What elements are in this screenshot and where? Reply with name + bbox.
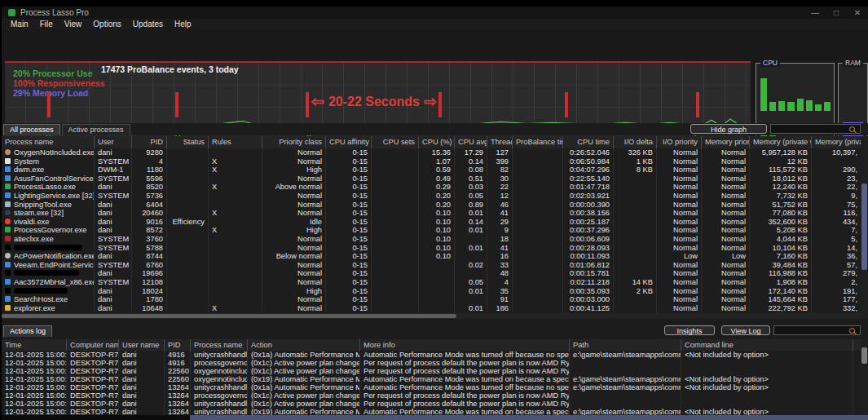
minimize-button[interactable]: — — [804, 7, 826, 19]
process-row[interactable]: explorer.exedani10648XNormal0-150.011860… — [2, 304, 861, 313]
process-table-vscrollbar[interactable] — [861, 136, 868, 319]
close-button[interactable]: ✕ — [847, 7, 868, 19]
process-row[interactable]: AcPowerNotification.exe [32]dani8744Belo… — [2, 252, 861, 261]
process-row[interactable]: dani19696Normal0-15480:00:15.781NormalNo… — [2, 269, 861, 278]
column-header-probalance-time[interactable]: ProBalance time — [513, 136, 563, 148]
cell-memory-priority: Normal — [702, 235, 750, 244]
veeam-service-icon — [5, 262, 11, 267]
hide-graph-button[interactable]: Hide graph — [690, 124, 767, 134]
menu-item-main[interactable]: Main — [5, 19, 34, 30]
cell-cpu-affinity: 0-15 — [326, 201, 372, 210]
log-table-vscrollbar[interactable] — [861, 339, 868, 415]
cell-memory-private: 434, — [812, 218, 861, 227]
column-header-priority-class[interactable]: Priority class — [262, 136, 326, 148]
log-table-hscrollbar[interactable] — [2, 415, 868, 420]
column-header-cpu-avg[interactable]: CPU avg — [455, 136, 487, 148]
column-header-memory-working[interactable]: Memory (private wor... — [750, 136, 812, 148]
process-row[interactable]: Veeam.EndPoint.Service.exe [Ve...SYSTEM6… — [2, 261, 861, 270]
process-row[interactable]: SystemSYSTEM4XNormal0-151.070.143990:06:… — [2, 157, 861, 166]
column-header-threads[interactable]: Threads — [487, 136, 513, 148]
log-row[interactable]: 12-01-2025 15:00:40DESKTOP-R7dani4916pro… — [2, 359, 861, 367]
column-header-cpu-sets[interactable]: CPU sets — [372, 136, 419, 148]
process-row[interactable]: dani18024High0-150.01350:00:35.0932 KBNo… — [2, 287, 861, 296]
vscrollbar-thumb[interactable] — [861, 183, 867, 270]
cell-name: LightingService.exe [32] — [2, 192, 95, 201]
column-header-io-delta[interactable]: I/O delta — [614, 136, 657, 148]
menu-item-file[interactable]: File — [34, 19, 59, 30]
column-header-memory-private[interactable]: Memory (private — [812, 136, 861, 148]
column-header-user[interactable]: User — [95, 136, 132, 148]
process-row[interactable]: LightingService.exe [32]SYSTEM5736Normal… — [2, 192, 861, 201]
column-header-path[interactable]: Path — [570, 339, 681, 351]
column-header-action[interactable]: Action — [248, 339, 360, 351]
column-header-name[interactable]: Process name — [2, 136, 95, 148]
column-header-pid[interactable]: PID — [165, 339, 191, 351]
column-header-time[interactable]: Time — [2, 339, 67, 351]
cell-user: SYSTEM — [95, 235, 132, 244]
menu-bar: MainFileViewOptionsUpdatesHelp — [2, 19, 868, 30]
cell-name: OxygenNotIncluded.exe — [2, 148, 95, 157]
log-row[interactable]: 12-01-2025 15:00:37DESKTOP-R7dani22560ox… — [2, 375, 861, 383]
column-header-computer-name[interactable]: Computer name — [67, 339, 119, 351]
column-header-user-name[interactable]: User name — [119, 339, 165, 351]
process-search-input[interactable] — [770, 124, 861, 134]
log-row[interactable]: 12-01-2025 15:00:37DESKTOP-R7dani22560ox… — [2, 367, 861, 375]
title-bar[interactable]: Process Lasso Pro — □ ✕ — [2, 7, 868, 19]
column-header-status[interactable]: Status — [167, 136, 209, 148]
menu-item-help[interactable]: Help — [169, 19, 197, 30]
column-header-cpu-time[interactable]: CPU time — [563, 136, 614, 148]
process-row[interactable]: steam.exe [32]dani20460XNormal0-150.100.… — [2, 209, 861, 218]
process-row[interactable]: atieclxx.exeSYSTEM3760Normal0-150.10180:… — [2, 235, 861, 244]
column-header-process-name[interactable]: Process name — [191, 339, 248, 351]
column-header-cpu-pct[interactable]: CPU (%) — [419, 136, 455, 148]
maximize-button[interactable]: □ — [826, 7, 847, 19]
log-row[interactable]: 12-01-2025 15:00:22DESKTOP-R7dani13264pr… — [2, 391, 861, 400]
process-row[interactable]: vivaldi.exedani9016EfficiencyIdle0-150.1… — [2, 218, 861, 227]
menu-item-view[interactable]: View — [59, 19, 88, 30]
cell-user: dani — [95, 287, 132, 296]
column-header-io-priority[interactable]: I/O priority — [657, 136, 702, 148]
view-log-button[interactable]: View Log — [721, 325, 770, 335]
column-header-memory-priority[interactable]: Memory priority — [702, 136, 750, 148]
log-search-input[interactable] — [773, 325, 861, 335]
cell-user-name: dani — [119, 400, 165, 408]
process-row[interactable]: SnippingTool.exedani6404Normal0-150.200.… — [2, 201, 861, 210]
vscrollbar-thumb[interactable] — [861, 347, 867, 364]
hscrollbar-thumb[interactable] — [190, 415, 868, 420]
cpu-core-bar — [805, 100, 813, 111]
log-row[interactable]: 12-01-2025 15:00:22DESKTOP-R7dani13264un… — [2, 383, 861, 391]
process-row[interactable]: OxygenNotIncluded.exedani9280Normal0-151… — [2, 148, 861, 157]
process-row[interactable]: SYSTEM5788Normal0-150.100.01410:00:28.09… — [2, 244, 861, 253]
cell-cpu-affinity: 0-15 — [326, 304, 372, 313]
cell-memory-private: 116, — [812, 209, 861, 218]
column-header-rules[interactable]: Rules — [209, 136, 262, 148]
cell-priority-class: Normal — [262, 295, 326, 304]
insights-button[interactable]: Insights — [664, 325, 715, 335]
log-row[interactable]: 12-01-2025 15:00:40DESKTOP-R7dani4916uni… — [2, 351, 861, 359]
process-row[interactable]: SearchHost.exedani1780Normal0-15910:00:0… — [2, 295, 861, 304]
process-row[interactable]: ProcessLasso.exedani8520XAbove normal0-1… — [2, 183, 861, 192]
log-row[interactable]: 12-01-2025 15:00:17DESKTOP-R7dani13264un… — [2, 400, 861, 408]
process-row[interactable]: Aac3572MbHal_x86.exe [32]SYSTEM12108Norm… — [2, 278, 861, 287]
cell-memory-private: 279, — [812, 269, 861, 278]
tab-actions-log[interactable]: Actions log — [3, 325, 52, 337]
tab-active-processes[interactable]: Active processes — [62, 124, 130, 135]
process-row[interactable]: ProcessGovernor.exedani8572XHigh0-150.10… — [2, 226, 861, 235]
hscrollbar-thumb[interactable] — [2, 314, 456, 318]
process-table-hscrollbar[interactable] — [2, 313, 861, 319]
tab-all-processes[interactable]: All processes — [3, 124, 60, 135]
column-header-command-line[interactable]: Command line — [681, 339, 853, 351]
cell-memory-priority: Normal — [702, 287, 750, 296]
menu-item-options[interactable]: Options — [87, 19, 126, 30]
search-icon — [849, 328, 855, 334]
column-header-more-info[interactable]: More info — [360, 339, 570, 351]
cell-cpu-avg: 0.14 — [455, 157, 487, 166]
column-header-cpu-affinity[interactable]: CPU affinity — [326, 136, 372, 148]
menu-item-updates[interactable]: Updates — [127, 19, 169, 30]
process-row[interactable]: dwm.exeDWM-11180XHigh0-150.590.08820:04:… — [2, 166, 861, 175]
cell-cpu-time: 0:00:35.093 — [563, 287, 614, 296]
column-header-pid[interactable]: PID — [132, 136, 167, 148]
process-row[interactable]: AsusFanControlService.exe [32]SYSTEM5596… — [2, 175, 861, 183]
cell-path — [570, 400, 681, 408]
cell-threads: 4 — [487, 278, 513, 287]
